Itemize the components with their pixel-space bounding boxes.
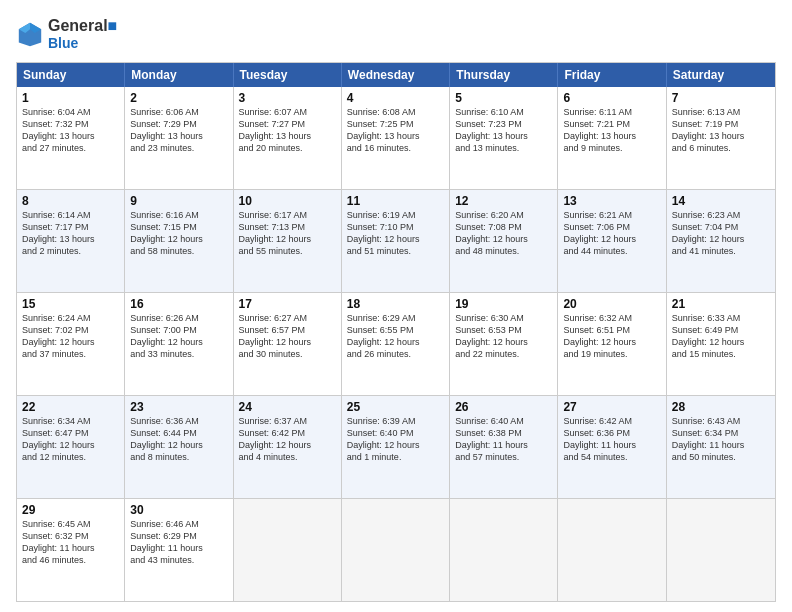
cell-info: Sunrise: 6:27 AM Sunset: 6:57 PM Dayligh…	[239, 312, 336, 361]
cal-cell-r4c3	[342, 499, 450, 601]
day-number: 10	[239, 194, 336, 208]
cell-info: Sunrise: 6:29 AM Sunset: 6:55 PM Dayligh…	[347, 312, 444, 361]
day-number: 20	[563, 297, 660, 311]
day-number: 6	[563, 91, 660, 105]
cell-info: Sunrise: 6:11 AM Sunset: 7:21 PM Dayligh…	[563, 106, 660, 155]
cell-info: Sunrise: 6:16 AM Sunset: 7:15 PM Dayligh…	[130, 209, 227, 258]
cal-cell-r0c2: 3Sunrise: 6:07 AM Sunset: 7:27 PM Daylig…	[234, 87, 342, 189]
cell-info: Sunrise: 6:39 AM Sunset: 6:40 PM Dayligh…	[347, 415, 444, 464]
cal-cell-r0c5: 6Sunrise: 6:11 AM Sunset: 7:21 PM Daylig…	[558, 87, 666, 189]
day-number: 3	[239, 91, 336, 105]
calendar-row-4: 29Sunrise: 6:45 AM Sunset: 6:32 PM Dayli…	[17, 498, 775, 601]
day-number: 4	[347, 91, 444, 105]
cal-cell-r3c4: 26Sunrise: 6:40 AM Sunset: 6:38 PM Dayli…	[450, 396, 558, 498]
day-number: 15	[22, 297, 119, 311]
day-number: 1	[22, 91, 119, 105]
cell-info: Sunrise: 6:26 AM Sunset: 7:00 PM Dayligh…	[130, 312, 227, 361]
header-cell-tuesday: Tuesday	[234, 63, 342, 87]
cal-cell-r1c6: 14Sunrise: 6:23 AM Sunset: 7:04 PM Dayli…	[667, 190, 775, 292]
cal-cell-r4c6	[667, 499, 775, 601]
cal-cell-r0c1: 2Sunrise: 6:06 AM Sunset: 7:29 PM Daylig…	[125, 87, 233, 189]
day-number: 28	[672, 400, 770, 414]
cal-cell-r3c1: 23Sunrise: 6:36 AM Sunset: 6:44 PM Dayli…	[125, 396, 233, 498]
calendar: SundayMondayTuesdayWednesdayThursdayFrid…	[16, 62, 776, 602]
day-number: 5	[455, 91, 552, 105]
cell-info: Sunrise: 6:46 AM Sunset: 6:29 PM Dayligh…	[130, 518, 227, 567]
cal-cell-r2c4: 19Sunrise: 6:30 AM Sunset: 6:53 PM Dayli…	[450, 293, 558, 395]
cell-info: Sunrise: 6:33 AM Sunset: 6:49 PM Dayligh…	[672, 312, 770, 361]
cal-cell-r4c5	[558, 499, 666, 601]
logo-icon	[16, 20, 44, 48]
day-number: 8	[22, 194, 119, 208]
calendar-row-1: 8Sunrise: 6:14 AM Sunset: 7:17 PM Daylig…	[17, 189, 775, 292]
cell-info: Sunrise: 6:17 AM Sunset: 7:13 PM Dayligh…	[239, 209, 336, 258]
cell-info: Sunrise: 6:07 AM Sunset: 7:27 PM Dayligh…	[239, 106, 336, 155]
cal-cell-r0c6: 7Sunrise: 6:13 AM Sunset: 7:19 PM Daylig…	[667, 87, 775, 189]
cell-info: Sunrise: 6:42 AM Sunset: 6:36 PM Dayligh…	[563, 415, 660, 464]
cell-info: Sunrise: 6:13 AM Sunset: 7:19 PM Dayligh…	[672, 106, 770, 155]
calendar-body: 1Sunrise: 6:04 AM Sunset: 7:32 PM Daylig…	[17, 87, 775, 601]
cal-cell-r1c4: 12Sunrise: 6:20 AM Sunset: 7:08 PM Dayli…	[450, 190, 558, 292]
page: General■ Blue SundayMondayTuesdayWednesd…	[0, 0, 792, 612]
cal-cell-r2c1: 16Sunrise: 6:26 AM Sunset: 7:00 PM Dayli…	[125, 293, 233, 395]
cal-cell-r2c2: 17Sunrise: 6:27 AM Sunset: 6:57 PM Dayli…	[234, 293, 342, 395]
day-number: 18	[347, 297, 444, 311]
cell-info: Sunrise: 6:19 AM Sunset: 7:10 PM Dayligh…	[347, 209, 444, 258]
day-number: 9	[130, 194, 227, 208]
cell-info: Sunrise: 6:30 AM Sunset: 6:53 PM Dayligh…	[455, 312, 552, 361]
cal-cell-r1c1: 9Sunrise: 6:16 AM Sunset: 7:15 PM Daylig…	[125, 190, 233, 292]
cell-info: Sunrise: 6:36 AM Sunset: 6:44 PM Dayligh…	[130, 415, 227, 464]
cal-cell-r1c3: 11Sunrise: 6:19 AM Sunset: 7:10 PM Dayli…	[342, 190, 450, 292]
header-cell-monday: Monday	[125, 63, 233, 87]
logo: General■ Blue	[16, 16, 117, 52]
cal-cell-r1c2: 10Sunrise: 6:17 AM Sunset: 7:13 PM Dayli…	[234, 190, 342, 292]
cal-cell-r3c5: 27Sunrise: 6:42 AM Sunset: 6:36 PM Dayli…	[558, 396, 666, 498]
day-number: 12	[455, 194, 552, 208]
cell-info: Sunrise: 6:21 AM Sunset: 7:06 PM Dayligh…	[563, 209, 660, 258]
cell-info: Sunrise: 6:32 AM Sunset: 6:51 PM Dayligh…	[563, 312, 660, 361]
day-number: 19	[455, 297, 552, 311]
cell-info: Sunrise: 6:43 AM Sunset: 6:34 PM Dayligh…	[672, 415, 770, 464]
cell-info: Sunrise: 6:23 AM Sunset: 7:04 PM Dayligh…	[672, 209, 770, 258]
day-number: 22	[22, 400, 119, 414]
day-number: 24	[239, 400, 336, 414]
cal-cell-r0c0: 1Sunrise: 6:04 AM Sunset: 7:32 PM Daylig…	[17, 87, 125, 189]
header-cell-thursday: Thursday	[450, 63, 558, 87]
day-number: 29	[22, 503, 119, 517]
cell-info: Sunrise: 6:04 AM Sunset: 7:32 PM Dayligh…	[22, 106, 119, 155]
cell-info: Sunrise: 6:14 AM Sunset: 7:17 PM Dayligh…	[22, 209, 119, 258]
cell-info: Sunrise: 6:40 AM Sunset: 6:38 PM Dayligh…	[455, 415, 552, 464]
header-cell-saturday: Saturday	[667, 63, 775, 87]
cal-cell-r4c0: 29Sunrise: 6:45 AM Sunset: 6:32 PM Dayli…	[17, 499, 125, 601]
cell-info: Sunrise: 6:08 AM Sunset: 7:25 PM Dayligh…	[347, 106, 444, 155]
day-number: 27	[563, 400, 660, 414]
cal-cell-r4c2	[234, 499, 342, 601]
cell-info: Sunrise: 6:45 AM Sunset: 6:32 PM Dayligh…	[22, 518, 119, 567]
day-number: 14	[672, 194, 770, 208]
cell-info: Sunrise: 6:06 AM Sunset: 7:29 PM Dayligh…	[130, 106, 227, 155]
cell-info: Sunrise: 6:24 AM Sunset: 7:02 PM Dayligh…	[22, 312, 119, 361]
cal-cell-r1c0: 8Sunrise: 6:14 AM Sunset: 7:17 PM Daylig…	[17, 190, 125, 292]
cal-cell-r2c3: 18Sunrise: 6:29 AM Sunset: 6:55 PM Dayli…	[342, 293, 450, 395]
cal-cell-r3c6: 28Sunrise: 6:43 AM Sunset: 6:34 PM Dayli…	[667, 396, 775, 498]
logo-text: General■ Blue	[48, 16, 117, 52]
header-cell-friday: Friday	[558, 63, 666, 87]
cal-cell-r3c0: 22Sunrise: 6:34 AM Sunset: 6:47 PM Dayli…	[17, 396, 125, 498]
cal-cell-r4c4	[450, 499, 558, 601]
header-cell-sunday: Sunday	[17, 63, 125, 87]
header: General■ Blue	[16, 16, 776, 52]
day-number: 7	[672, 91, 770, 105]
cell-info: Sunrise: 6:37 AM Sunset: 6:42 PM Dayligh…	[239, 415, 336, 464]
day-number: 23	[130, 400, 227, 414]
day-number: 16	[130, 297, 227, 311]
day-number: 2	[130, 91, 227, 105]
cal-cell-r0c4: 5Sunrise: 6:10 AM Sunset: 7:23 PM Daylig…	[450, 87, 558, 189]
cal-cell-r3c2: 24Sunrise: 6:37 AM Sunset: 6:42 PM Dayli…	[234, 396, 342, 498]
cell-info: Sunrise: 6:20 AM Sunset: 7:08 PM Dayligh…	[455, 209, 552, 258]
day-number: 17	[239, 297, 336, 311]
cal-cell-r2c0: 15Sunrise: 6:24 AM Sunset: 7:02 PM Dayli…	[17, 293, 125, 395]
cal-cell-r4c1: 30Sunrise: 6:46 AM Sunset: 6:29 PM Dayli…	[125, 499, 233, 601]
calendar-header: SundayMondayTuesdayWednesdayThursdayFrid…	[17, 63, 775, 87]
cell-info: Sunrise: 6:10 AM Sunset: 7:23 PM Dayligh…	[455, 106, 552, 155]
header-cell-wednesday: Wednesday	[342, 63, 450, 87]
